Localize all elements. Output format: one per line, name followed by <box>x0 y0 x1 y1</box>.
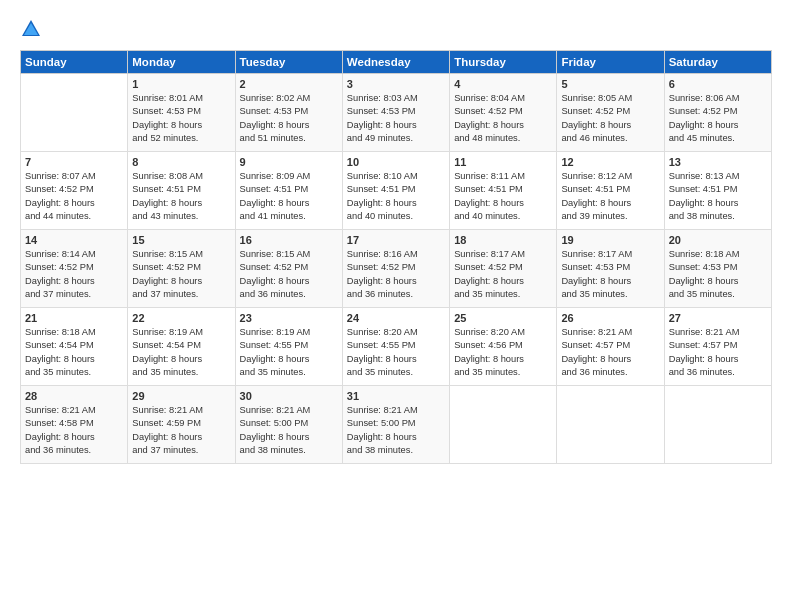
cell-1-6: 5Sunrise: 8:05 AMSunset: 4:52 PMDaylight… <box>557 74 664 152</box>
day-number: 22 <box>132 312 230 324</box>
day-number: 6 <box>669 78 767 90</box>
cell-info: Sunrise: 8:17 AMSunset: 4:53 PMDaylight:… <box>561 248 659 302</box>
cell-info: Sunrise: 8:09 AMSunset: 4:51 PMDaylight:… <box>240 170 338 224</box>
cell-info: Sunrise: 8:21 AMSunset: 5:00 PMDaylight:… <box>240 404 338 458</box>
day-number: 13 <box>669 156 767 168</box>
day-number: 29 <box>132 390 230 402</box>
cell-info: Sunrise: 8:21 AMSunset: 5:00 PMDaylight:… <box>347 404 445 458</box>
day-number: 24 <box>347 312 445 324</box>
day-number: 12 <box>561 156 659 168</box>
week-row-5: 28Sunrise: 8:21 AMSunset: 4:58 PMDayligh… <box>21 386 772 464</box>
cell-2-6: 12Sunrise: 8:12 AMSunset: 4:51 PMDayligh… <box>557 152 664 230</box>
cell-3-7: 20Sunrise: 8:18 AMSunset: 4:53 PMDayligh… <box>664 230 771 308</box>
day-number: 26 <box>561 312 659 324</box>
cell-3-5: 18Sunrise: 8:17 AMSunset: 4:52 PMDayligh… <box>450 230 557 308</box>
day-number: 31 <box>347 390 445 402</box>
week-row-4: 21Sunrise: 8:18 AMSunset: 4:54 PMDayligh… <box>21 308 772 386</box>
logo <box>20 18 46 40</box>
day-number: 2 <box>240 78 338 90</box>
cell-1-2: 1Sunrise: 8:01 AMSunset: 4:53 PMDaylight… <box>128 74 235 152</box>
cell-info: Sunrise: 8:15 AMSunset: 4:52 PMDaylight:… <box>132 248 230 302</box>
cell-3-6: 19Sunrise: 8:17 AMSunset: 4:53 PMDayligh… <box>557 230 664 308</box>
day-number: 5 <box>561 78 659 90</box>
cell-info: Sunrise: 8:03 AMSunset: 4:53 PMDaylight:… <box>347 92 445 146</box>
cell-2-5: 11Sunrise: 8:11 AMSunset: 4:51 PMDayligh… <box>450 152 557 230</box>
week-row-3: 14Sunrise: 8:14 AMSunset: 4:52 PMDayligh… <box>21 230 772 308</box>
cell-4-5: 25Sunrise: 8:20 AMSunset: 4:56 PMDayligh… <box>450 308 557 386</box>
cell-3-3: 16Sunrise: 8:15 AMSunset: 4:52 PMDayligh… <box>235 230 342 308</box>
cell-3-4: 17Sunrise: 8:16 AMSunset: 4:52 PMDayligh… <box>342 230 449 308</box>
day-number: 19 <box>561 234 659 246</box>
col-header-tuesday: Tuesday <box>235 51 342 74</box>
day-number: 27 <box>669 312 767 324</box>
week-row-2: 7Sunrise: 8:07 AMSunset: 4:52 PMDaylight… <box>21 152 772 230</box>
day-number: 8 <box>132 156 230 168</box>
cell-info: Sunrise: 8:21 AMSunset: 4:58 PMDaylight:… <box>25 404 123 458</box>
cell-1-5: 4Sunrise: 8:04 AMSunset: 4:52 PMDaylight… <box>450 74 557 152</box>
cell-info: Sunrise: 8:10 AMSunset: 4:51 PMDaylight:… <box>347 170 445 224</box>
cell-4-3: 23Sunrise: 8:19 AMSunset: 4:55 PMDayligh… <box>235 308 342 386</box>
cell-4-2: 22Sunrise: 8:19 AMSunset: 4:54 PMDayligh… <box>128 308 235 386</box>
week-row-1: 1Sunrise: 8:01 AMSunset: 4:53 PMDaylight… <box>21 74 772 152</box>
cell-info: Sunrise: 8:04 AMSunset: 4:52 PMDaylight:… <box>454 92 552 146</box>
cell-info: Sunrise: 8:21 AMSunset: 4:57 PMDaylight:… <box>561 326 659 380</box>
cell-info: Sunrise: 8:20 AMSunset: 4:56 PMDaylight:… <box>454 326 552 380</box>
cell-info: Sunrise: 8:12 AMSunset: 4:51 PMDaylight:… <box>561 170 659 224</box>
cell-info: Sunrise: 8:13 AMSunset: 4:51 PMDaylight:… <box>669 170 767 224</box>
cell-info: Sunrise: 8:01 AMSunset: 4:53 PMDaylight:… <box>132 92 230 146</box>
day-number: 28 <box>25 390 123 402</box>
cell-info: Sunrise: 8:08 AMSunset: 4:51 PMDaylight:… <box>132 170 230 224</box>
cell-info: Sunrise: 8:14 AMSunset: 4:52 PMDaylight:… <box>25 248 123 302</box>
cell-5-6 <box>557 386 664 464</box>
cell-2-3: 9Sunrise: 8:09 AMSunset: 4:51 PMDaylight… <box>235 152 342 230</box>
cell-info: Sunrise: 8:02 AMSunset: 4:53 PMDaylight:… <box>240 92 338 146</box>
cell-5-2: 29Sunrise: 8:21 AMSunset: 4:59 PMDayligh… <box>128 386 235 464</box>
cell-1-1 <box>21 74 128 152</box>
cell-4-6: 26Sunrise: 8:21 AMSunset: 4:57 PMDayligh… <box>557 308 664 386</box>
day-number: 4 <box>454 78 552 90</box>
cell-info: Sunrise: 8:21 AMSunset: 4:57 PMDaylight:… <box>669 326 767 380</box>
header-row: SundayMondayTuesdayWednesdayThursdayFrid… <box>21 51 772 74</box>
cell-4-1: 21Sunrise: 8:18 AMSunset: 4:54 PMDayligh… <box>21 308 128 386</box>
cell-2-4: 10Sunrise: 8:10 AMSunset: 4:51 PMDayligh… <box>342 152 449 230</box>
day-number: 25 <box>454 312 552 324</box>
col-header-monday: Monday <box>128 51 235 74</box>
cell-4-7: 27Sunrise: 8:21 AMSunset: 4:57 PMDayligh… <box>664 308 771 386</box>
cell-5-1: 28Sunrise: 8:21 AMSunset: 4:58 PMDayligh… <box>21 386 128 464</box>
cell-info: Sunrise: 8:15 AMSunset: 4:52 PMDaylight:… <box>240 248 338 302</box>
cell-2-2: 8Sunrise: 8:08 AMSunset: 4:51 PMDaylight… <box>128 152 235 230</box>
cell-info: Sunrise: 8:19 AMSunset: 4:54 PMDaylight:… <box>132 326 230 380</box>
day-number: 7 <box>25 156 123 168</box>
page: SundayMondayTuesdayWednesdayThursdayFrid… <box>0 0 792 612</box>
cell-4-4: 24Sunrise: 8:20 AMSunset: 4:55 PMDayligh… <box>342 308 449 386</box>
cell-info: Sunrise: 8:11 AMSunset: 4:51 PMDaylight:… <box>454 170 552 224</box>
col-header-saturday: Saturday <box>664 51 771 74</box>
cell-2-1: 7Sunrise: 8:07 AMSunset: 4:52 PMDaylight… <box>21 152 128 230</box>
day-number: 16 <box>240 234 338 246</box>
day-number: 18 <box>454 234 552 246</box>
cell-info: Sunrise: 8:07 AMSunset: 4:52 PMDaylight:… <box>25 170 123 224</box>
day-number: 21 <box>25 312 123 324</box>
cell-5-4: 31Sunrise: 8:21 AMSunset: 5:00 PMDayligh… <box>342 386 449 464</box>
cell-5-3: 30Sunrise: 8:21 AMSunset: 5:00 PMDayligh… <box>235 386 342 464</box>
col-header-thursday: Thursday <box>450 51 557 74</box>
cell-info: Sunrise: 8:16 AMSunset: 4:52 PMDaylight:… <box>347 248 445 302</box>
cell-info: Sunrise: 8:06 AMSunset: 4:52 PMDaylight:… <box>669 92 767 146</box>
cell-1-7: 6Sunrise: 8:06 AMSunset: 4:52 PMDaylight… <box>664 74 771 152</box>
cell-1-4: 3Sunrise: 8:03 AMSunset: 4:53 PMDaylight… <box>342 74 449 152</box>
day-number: 9 <box>240 156 338 168</box>
day-number: 20 <box>669 234 767 246</box>
col-header-wednesday: Wednesday <box>342 51 449 74</box>
cell-3-1: 14Sunrise: 8:14 AMSunset: 4:52 PMDayligh… <box>21 230 128 308</box>
day-number: 1 <box>132 78 230 90</box>
header <box>20 18 772 40</box>
day-number: 15 <box>132 234 230 246</box>
day-number: 17 <box>347 234 445 246</box>
day-number: 23 <box>240 312 338 324</box>
cell-info: Sunrise: 8:17 AMSunset: 4:52 PMDaylight:… <box>454 248 552 302</box>
day-number: 10 <box>347 156 445 168</box>
day-number: 11 <box>454 156 552 168</box>
day-number: 14 <box>25 234 123 246</box>
cell-5-5 <box>450 386 557 464</box>
cell-info: Sunrise: 8:18 AMSunset: 4:54 PMDaylight:… <box>25 326 123 380</box>
